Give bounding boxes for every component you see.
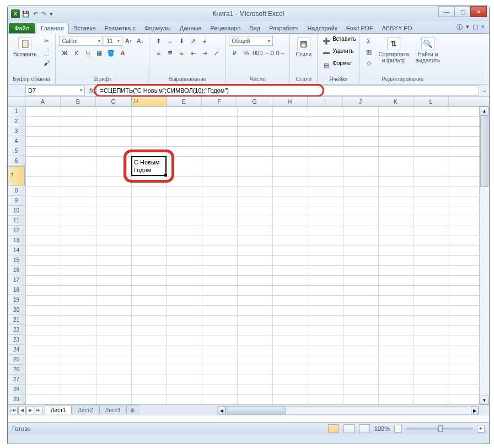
autosum-icon[interactable]: Σ bbox=[363, 36, 374, 46]
qat-dropdown-icon[interactable]: ▾ bbox=[49, 10, 54, 18]
fill-handle[interactable] bbox=[164, 174, 167, 177]
row-header[interactable]: 26 bbox=[8, 365, 25, 375]
help-icon[interactable]: ⓘ bbox=[457, 23, 463, 31]
new-sheet-button[interactable]: ⊕ bbox=[126, 406, 138, 414]
percent-icon[interactable]: % bbox=[240, 48, 251, 58]
row-header[interactable]: 6 bbox=[8, 156, 25, 166]
row-header[interactable]: 1 bbox=[8, 106, 25, 116]
sheet-nav-last-icon[interactable]: ⏭ bbox=[35, 407, 42, 414]
row-header[interactable]: 25 bbox=[8, 355, 25, 365]
font-color-button[interactable]: A bbox=[117, 48, 128, 58]
tab-developer[interactable]: Разработч bbox=[265, 23, 303, 33]
col-header-e[interactable]: E bbox=[167, 97, 202, 106]
chevron-down-icon[interactable]: ▾ bbox=[80, 88, 82, 93]
col-header-b[interactable]: B bbox=[61, 97, 96, 106]
row-header[interactable]: 20 bbox=[8, 305, 25, 315]
row-header[interactable]: 5 bbox=[8, 146, 25, 156]
row-header[interactable]: 16 bbox=[8, 265, 25, 275]
align-middle-icon[interactable]: ≡ bbox=[164, 36, 175, 46]
tab-addins[interactable]: Надстройк bbox=[303, 23, 341, 33]
maximize-button[interactable]: ▢ bbox=[454, 6, 471, 17]
fill-color-button[interactable]: 🪣 bbox=[105, 48, 116, 58]
row-header[interactable]: 23 bbox=[8, 335, 25, 345]
align-left-icon[interactable]: ≡ bbox=[153, 48, 164, 58]
formula-bar[interactable]: =СЦЕПИТЬ("С Новым";СИМВОЛ(10);"Годом") bbox=[96, 86, 479, 95]
row-header[interactable]: 10 bbox=[8, 206, 25, 216]
fx-icon[interactable]: fx bbox=[89, 87, 94, 94]
row-header[interactable]: 14 bbox=[8, 246, 25, 255]
grow-font-icon[interactable]: A↑ bbox=[123, 36, 134, 46]
row-header[interactable]: 18 bbox=[8, 285, 25, 295]
delete-cells-icon[interactable]: ➖ bbox=[321, 48, 332, 58]
zoom-level[interactable]: 100% bbox=[374, 425, 390, 432]
row-header[interactable]: 13 bbox=[8, 236, 25, 246]
name-box[interactable]: D7 ▾ bbox=[25, 86, 85, 95]
expand-formula-icon[interactable]: ⌄ bbox=[479, 87, 489, 94]
save-icon[interactable]: 💾 bbox=[21, 10, 31, 18]
vscroll-thumb[interactable] bbox=[480, 115, 488, 187]
sort-filter-button[interactable]: ⇅ Сортировка и фильтр bbox=[377, 36, 411, 65]
row-header[interactable]: 15 bbox=[8, 255, 25, 265]
align-bottom-icon[interactable]: ⬇ bbox=[176, 36, 187, 46]
font-size-select[interactable]: 11▾ bbox=[104, 36, 122, 46]
cut-icon[interactable]: ✂ bbox=[41, 36, 52, 46]
increase-decimal-icon[interactable]: ←0 bbox=[264, 48, 275, 58]
vertical-scrollbar[interactable]: ▲ ▼ bbox=[479, 106, 489, 404]
indent-dec-icon[interactable]: ⇤ bbox=[187, 48, 198, 58]
scroll-right-icon[interactable]: ▶ bbox=[471, 407, 479, 414]
format-painter-icon[interactable]: 🖌 bbox=[41, 58, 52, 68]
align-top-icon[interactable]: ⬆ bbox=[153, 36, 164, 46]
wrap-text-icon[interactable]: ↲ bbox=[199, 36, 210, 46]
row-header[interactable]: 3 bbox=[8, 126, 25, 136]
underline-button[interactable]: Ч bbox=[82, 48, 93, 58]
row-header[interactable]: 24 bbox=[8, 345, 25, 355]
col-header-f[interactable]: F bbox=[202, 97, 237, 106]
col-header-g[interactable]: G bbox=[237, 97, 272, 106]
col-header-j[interactable]: J bbox=[343, 97, 378, 106]
close-button[interactable]: ✕ bbox=[470, 6, 487, 17]
view-layout-button[interactable] bbox=[343, 424, 355, 433]
zoom-thumb[interactable] bbox=[438, 425, 443, 432]
tab-insert[interactable]: Вставка bbox=[69, 23, 100, 33]
row-header[interactable]: 19 bbox=[8, 295, 25, 305]
row-header[interactable]: 11 bbox=[8, 216, 25, 226]
indent-inc-icon[interactable]: ⇥ bbox=[199, 48, 210, 58]
horizontal-scrollbar[interactable]: ◀ ▶ bbox=[217, 406, 479, 415]
row-header[interactable]: 22 bbox=[8, 325, 25, 335]
col-header-k[interactable]: K bbox=[378, 97, 414, 106]
tab-home[interactable]: Главная bbox=[36, 23, 69, 34]
row-header[interactable]: 29 bbox=[8, 394, 25, 404]
sheet-tab[interactable]: Лист2 bbox=[72, 406, 99, 414]
select-all-corner[interactable] bbox=[8, 97, 25, 106]
doc-close-icon[interactable]: × bbox=[481, 23, 485, 31]
row-header[interactable]: 28 bbox=[8, 385, 25, 394]
view-pagebreak-button[interactable] bbox=[359, 424, 370, 433]
cell-d7[interactable]: С Новым Годом bbox=[131, 156, 167, 176]
row-header[interactable]: 4 bbox=[8, 136, 25, 146]
tab-abbyy[interactable]: ABBYY PD bbox=[378, 23, 417, 33]
undo-icon[interactable]: ↶ bbox=[32, 10, 39, 18]
tab-data[interactable]: Данные bbox=[175, 23, 206, 33]
border-button[interactable]: ▦ bbox=[94, 48, 105, 58]
merge-icon[interactable]: ⤢ bbox=[211, 48, 222, 58]
file-tab[interactable]: Файл bbox=[9, 23, 35, 33]
insert-cells-label[interactable]: Вставить bbox=[332, 36, 356, 46]
zoom-in-button[interactable]: + bbox=[477, 425, 485, 433]
minimize-button[interactable]: — bbox=[438, 6, 455, 17]
ribbon-minimize-icon[interactable]: ▾ bbox=[466, 23, 469, 31]
tab-review[interactable]: Рецензиро bbox=[206, 23, 245, 33]
find-select-button[interactable]: 🔍 Найти и выделить bbox=[413, 36, 442, 65]
shrink-font-icon[interactable]: A↓ bbox=[135, 36, 146, 46]
doc-restore-icon[interactable]: ▢ bbox=[472, 23, 478, 31]
view-normal-button[interactable] bbox=[328, 424, 339, 433]
sheet-nav-next-icon[interactable]: ▶ bbox=[26, 407, 34, 414]
row-header[interactable]: 8 bbox=[8, 186, 25, 196]
format-cells-label[interactable]: Формат bbox=[332, 60, 352, 70]
row-header-selected[interactable]: 7 bbox=[8, 166, 25, 186]
fill-down-icon[interactable]: ▥ bbox=[363, 47, 374, 57]
cells-grid[interactable]: С Новым Годом ▲ ▼ bbox=[25, 106, 489, 404]
orientation-icon[interactable]: ⇗ bbox=[187, 36, 198, 46]
redo-icon[interactable]: ↷ bbox=[40, 10, 47, 18]
col-header-d[interactable]: D bbox=[131, 97, 167, 106]
font-name-select[interactable]: Calibri▾ bbox=[59, 36, 103, 46]
